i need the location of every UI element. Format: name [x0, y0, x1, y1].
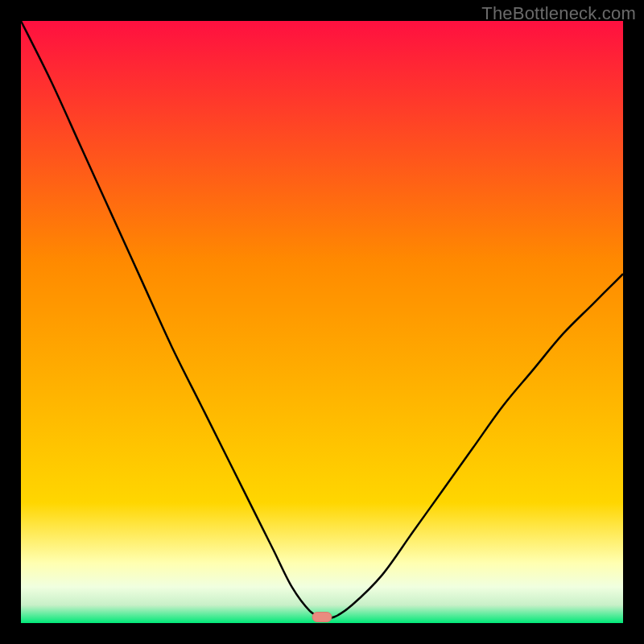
bottleneck-plot	[21, 21, 623, 623]
optimum-marker	[312, 613, 332, 622]
watermark-label: TheBottleneck.com	[481, 3, 636, 24]
gradient-background	[21, 21, 623, 623]
chart-frame: TheBottleneck.com	[0, 0, 644, 644]
